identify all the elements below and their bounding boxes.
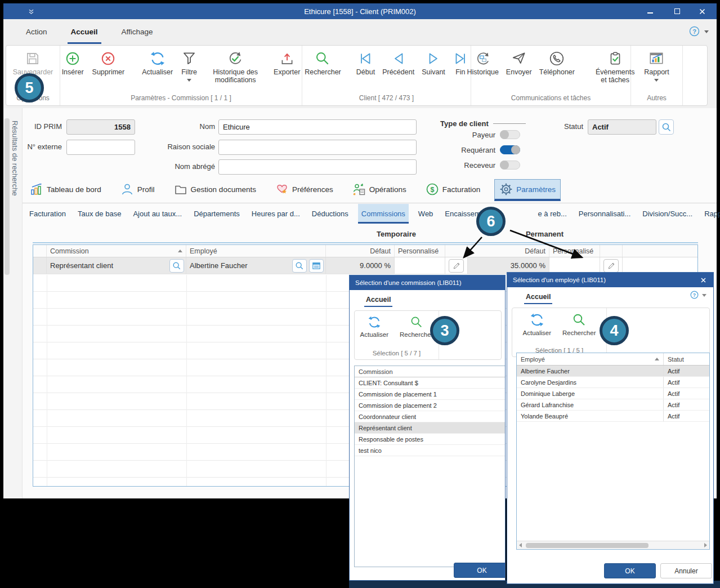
dialog-tab-accueil[interactable]: Accueil [524, 289, 552, 304]
search-button[interactable]: Rechercher [305, 49, 341, 76]
payeur-toggle[interactable] [500, 130, 520, 139]
last-button[interactable]: Fin [453, 49, 468, 76]
list-item[interactable]: Coordonnateur client [355, 411, 506, 422]
search-results-tab[interactable]: Résultats de recherche [11, 121, 19, 196]
insert-button[interactable]: Insérer [62, 49, 84, 76]
table-row[interactable]: Dominique Laberge Actif [517, 388, 709, 399]
col-header-perm-personnalise[interactable]: Personnalisé [549, 245, 600, 257]
subtab-facturation[interactable]: Facturation [27, 204, 68, 224]
subtab-commissions[interactable]: Commissions [358, 204, 409, 224]
chevron-down-icon[interactable] [702, 294, 706, 297]
horizontal-scrollbar[interactable] [517, 541, 709, 549]
subtab-deductions[interactable]: Déductions [310, 204, 351, 224]
dialog-refresh-button[interactable]: Actualiser [523, 313, 552, 336]
previous-button[interactable]: Précédent [382, 49, 414, 76]
table-row[interactable]: Gérard Lafranchise Actif [517, 399, 709, 411]
subtab-rapports[interactable]: Rapports [702, 204, 720, 224]
table-row[interactable]: Carolyne Desjardins Actif [517, 377, 709, 388]
id-prim-field[interactable] [66, 119, 135, 135]
col-header-temp-personnalise[interactable]: Personnalisé [395, 245, 445, 257]
save-button[interactable]: Sauvegarder [13, 49, 53, 76]
phone-button[interactable]: Téléphoner [539, 49, 575, 76]
ok-button[interactable]: OK [604, 563, 656, 578]
dialog-refresh-button[interactable]: Actualiser [360, 315, 389, 338]
list-item[interactable]: CLIENT: Consultant $ [355, 377, 506, 389]
cancel-button[interactable]: Annuler [660, 563, 712, 578]
list-item-selected[interactable]: Représentant client [355, 422, 506, 434]
subtab-e-a-reb[interactable]: e à reb... [536, 204, 569, 224]
export-button[interactable]: Exporter [274, 49, 300, 76]
col-header-temp-defaut[interactable]: Défaut [326, 245, 395, 257]
comm-history-button[interactable]: Historique [467, 49, 499, 76]
col-header-employe[interactable]: Employé [186, 245, 326, 257]
history-modifications-button[interactable]: Historique des modifications [205, 49, 265, 84]
raison-sociale-field[interactable] [218, 140, 417, 155]
list-item[interactable]: test nico [355, 445, 506, 456]
scroll-right-icon[interactable] [704, 543, 707, 547]
col-header-statut[interactable]: Statut [663, 353, 709, 365]
subtab-departements[interactable]: Départements [191, 204, 242, 224]
col-header-perm-defaut[interactable]: Défaut [468, 245, 549, 257]
dialog-search-button[interactable]: Rechercher [400, 315, 433, 338]
tab-operations[interactable]: Opérations [347, 179, 412, 201]
help-icon[interactable]: ? [689, 26, 700, 37]
sidebar-scrollbar[interactable] [5, 118, 10, 275]
subtab-web[interactable]: Web [416, 204, 436, 224]
no-externe-field[interactable] [66, 140, 135, 155]
first-button[interactable]: Début [356, 49, 375, 76]
employe-detail-button[interactable] [309, 259, 324, 273]
delete-button[interactable]: Supprimer [92, 49, 125, 76]
col-header-commission[interactable]: Commission [47, 245, 186, 257]
chevron-down-icon[interactable] [704, 30, 709, 33]
list-item[interactable]: Commission de placement 2 [355, 400, 506, 411]
ok-button[interactable]: OK [454, 563, 506, 578]
nom-field[interactable] [218, 119, 417, 135]
events-tasks-button[interactable]: Évènements et tâches [596, 49, 634, 84]
ribbon-tab-affichage[interactable]: Affichage [118, 19, 156, 44]
help-icon[interactable]: ? [690, 291, 699, 299]
table-row[interactable]: Yolande Beaupré Actif [517, 411, 709, 422]
list-item[interactable]: Responsable de postes [355, 434, 506, 445]
scrollbar-thumb[interactable] [526, 543, 649, 548]
subtab-heures-par-d[interactable]: Heures par d... [249, 204, 302, 224]
requerant-toggle[interactable] [500, 145, 520, 154]
row-selector[interactable] [33, 257, 47, 274]
temp-personnalise-cell[interactable] [395, 257, 445, 274]
dialog-tab-accueil[interactable]: Accueil [364, 292, 392, 307]
dialog-search-button[interactable]: Rechercher [562, 313, 596, 336]
perm-personnalise-cell[interactable] [549, 257, 600, 274]
list-item[interactable]: Commission de placement 1 [355, 389, 506, 400]
subtab-division-succ[interactable]: Division/Succ... [640, 204, 695, 224]
next-button[interactable]: Suivant [422, 49, 445, 76]
statut-lookup-button[interactable] [659, 119, 674, 135]
tab-preferences[interactable]: Préférences [270, 179, 338, 201]
commission-lookup-button[interactable] [169, 259, 184, 273]
send-button[interactable]: Envoyer [506, 49, 532, 76]
report-button[interactable]: Rapport [644, 49, 669, 82]
receveur-toggle[interactable] [500, 161, 520, 170]
temp-edit-button[interactable] [449, 259, 464, 273]
filter-button[interactable]: Filtre [181, 49, 197, 82]
minimize-button[interactable] [638, 3, 663, 19]
commission-list-header[interactable]: Commission [355, 366, 506, 377]
ribbon-tab-action[interactable]: Action [23, 19, 51, 44]
tab-profil[interactable]: Profil [115, 179, 160, 201]
subtab-personnalisation[interactable]: Personnalisati... [576, 204, 633, 224]
tab-parametres[interactable]: Paramètres [494, 179, 561, 201]
tab-facturation[interactable]: $ Facturation [421, 179, 486, 201]
employe-lookup-button[interactable] [292, 259, 307, 273]
statut-field[interactable] [588, 119, 656, 135]
ribbon-tab-accueil[interactable]: Accueil [68, 19, 101, 44]
table-row-selected[interactable]: Albertine Faucher Actif [517, 366, 709, 377]
col-header-employe[interactable]: Employé [517, 353, 663, 365]
dialog-close-button[interactable] [695, 273, 711, 287]
tab-gestion-documents[interactable]: Gestion documents [169, 179, 261, 201]
tab-tableau-de-bord[interactable]: Tableau de bord [25, 179, 106, 201]
close-button[interactable] [690, 3, 714, 19]
nom-abrege-field[interactable] [218, 159, 417, 175]
refresh-button[interactable]: Actualiser [142, 49, 173, 76]
subtab-ajout-au-taux[interactable]: Ajout au taux... [131, 204, 184, 224]
subtab-taux-de-base[interactable]: Taux de base [75, 204, 123, 224]
scroll-left-icon[interactable] [519, 543, 522, 547]
perm-edit-button[interactable] [603, 259, 619, 273]
